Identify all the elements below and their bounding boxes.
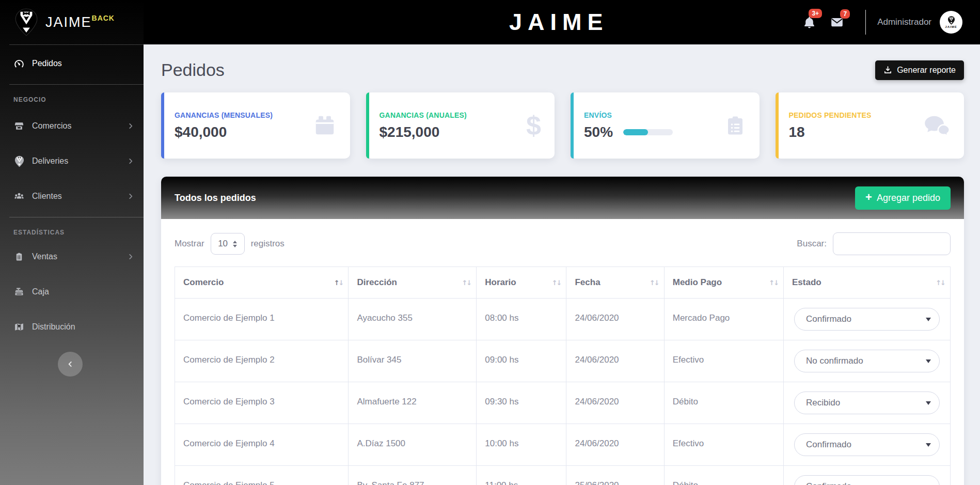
- sidebar-item-deliveries[interactable]: Deliveries: [0, 149, 144, 174]
- estado-value: Confirmado: [806, 481, 851, 485]
- sidebar-section-negocio: NEGOCIO: [13, 96, 130, 103]
- sort-icon: [334, 279, 343, 287]
- cell-fecha: 24/06/2020: [566, 382, 664, 424]
- cell-direccion: Bv. Santa Fe 877: [349, 466, 477, 485]
- sidebar-item-pedidos[interactable]: Pedidos: [0, 51, 144, 76]
- topbar: JAIME 3+ 7 Administrador: [144, 0, 980, 44]
- brand-name: JAIMEBACK: [45, 14, 115, 30]
- sidebar-item-label: Clientes: [32, 192, 62, 201]
- estado-select[interactable]: No confirmado: [794, 350, 940, 372]
- users-icon: [13, 191, 25, 201]
- column-header-fecha[interactable]: Fecha: [566, 267, 664, 299]
- messages-badge: 7: [840, 9, 850, 19]
- stat-card-ganancias-mensuales: GANANCIAS (MENSUALES) $40,000: [161, 92, 350, 159]
- caret-down-icon: [926, 318, 931, 321]
- estado-select[interactable]: Confirmado: [794, 433, 940, 456]
- brand-suffix: BACK: [92, 14, 115, 22]
- plus-icon: [865, 193, 872, 204]
- page-head: Pedidos Generar reporte: [161, 60, 964, 80]
- dollar-icon: $: [526, 112, 541, 139]
- user-avatar[interactable]: JAIME: [940, 11, 962, 34]
- page-length-value: 10: [218, 239, 228, 249]
- add-order-button[interactable]: Agregar pedido: [855, 186, 951, 210]
- topbar-right-cluster: 3+ 7 Administrador: [795, 0, 962, 44]
- column-header-direccion[interactable]: Dirección: [349, 267, 477, 299]
- cell-medio-pago: Débito: [664, 382, 783, 424]
- cell-estado: Confirmado: [784, 466, 951, 485]
- avatar-tuxedo-icon: [947, 16, 955, 25]
- sort-icon: [462, 279, 471, 287]
- sidebar-item-comercios[interactable]: Comercios: [0, 114, 144, 138]
- estado-select[interactable]: Recibido: [794, 392, 940, 414]
- stat-label: GANANCIAS (MENSUALES): [175, 111, 304, 119]
- cell-horario: 09:00 hs: [477, 340, 566, 382]
- cash-register-icon: [13, 287, 25, 297]
- delivery-tuxedo-pin-icon: [13, 155, 25, 167]
- cell-medio-pago: Efectivo: [664, 424, 783, 466]
- orders-card: Todos los pedidos Agregar pedido Mostrar…: [161, 177, 964, 485]
- table-controls: Mostrar 10 registros Buscar:: [161, 219, 964, 265]
- column-header-estado[interactable]: Estado: [784, 267, 951, 299]
- sidebar-item-clientes[interactable]: Clientes: [0, 184, 144, 209]
- table-row: Comercio de Ejemplo 5 Bv. Santa Fe 877 1…: [175, 466, 951, 485]
- notifications-button[interactable]: 3+: [795, 15, 823, 30]
- cell-direccion: Ayacucho 355: [349, 299, 477, 340]
- sidebar-item-label: Comercios: [32, 121, 71, 131]
- estado-value: Confirmado: [806, 314, 851, 324]
- stat-value: 50%: [584, 124, 613, 140]
- sidebar-divider: [9, 84, 144, 85]
- stat-label: PEDIDOS PENDIENTES: [789, 111, 918, 119]
- search-label: Buscar:: [797, 239, 827, 249]
- estado-select[interactable]: Confirmado: [794, 475, 940, 485]
- cell-horario: 11:00 hs: [477, 466, 566, 485]
- cell-comercio: Comercio de Ejemplo 5: [175, 466, 349, 485]
- estado-value: Recibido: [806, 398, 840, 408]
- up-down-arrows-icon: [233, 241, 237, 247]
- column-header-medio-pago[interactable]: Medio Pago: [664, 267, 783, 299]
- brand[interactable]: JAIMEBACK: [0, 0, 144, 44]
- cell-estado: Recibido: [784, 382, 951, 424]
- cell-medio-pago: Débito: [664, 466, 783, 485]
- sidebar-item-caja[interactable]: Caja: [0, 279, 144, 304]
- sidebar-item-ventas[interactable]: Ventas: [0, 244, 144, 269]
- cell-direccion: A.Díaz 1500: [349, 424, 477, 466]
- column-header-comercio[interactable]: Comercio: [175, 267, 349, 299]
- search-input[interactable]: [833, 232, 951, 255]
- page-length-control: Mostrar 10 registros: [175, 233, 284, 255]
- chevron-right-icon: [127, 122, 134, 130]
- cell-comercio: Comercio de Ejemplo 1: [175, 299, 349, 340]
- stat-value: 18: [789, 124, 918, 140]
- cell-horario: 10:00 hs: [477, 424, 566, 466]
- column-header-horario[interactable]: Horario: [477, 267, 566, 299]
- sidebar-section-estadisticas: ESTADÍSTICAS: [13, 229, 130, 236]
- add-order-label: Agregar pedido: [877, 193, 940, 204]
- page-length-select[interactable]: 10: [211, 233, 245, 255]
- cell-medio-pago: Mercado Pago: [664, 299, 783, 340]
- cell-comercio: Comercio de Ejemplo 2: [175, 340, 349, 382]
- map-icon: [13, 322, 25, 332]
- estado-value: Confirmado: [806, 440, 851, 450]
- table-header-row: Comercio Dirección Horario Fecha Medio P…: [175, 267, 951, 299]
- report-button-label: Generar reporte: [897, 66, 956, 75]
- clipboard-icon: [13, 252, 25, 262]
- stat-card-ganancias-anuales: GANANCIAS (ANUALES) $215,000 $: [366, 92, 555, 159]
- messages-button[interactable]: 7: [823, 15, 851, 29]
- chat-bubbles-icon: [924, 114, 951, 137]
- orders-card-header: Todos los pedidos Agregar pedido: [161, 177, 964, 219]
- sidebar-item-distribucion[interactable]: Distribución: [0, 315, 144, 339]
- sort-icon: [769, 279, 778, 287]
- cell-direccion: Bolívar 345: [349, 340, 477, 382]
- user-name[interactable]: Administrador: [877, 17, 931, 27]
- table-row: Comercio de Ejemplo 4 A.Díaz 1500 10:00 …: [175, 424, 951, 466]
- sidebar-item-label: Distribución: [32, 322, 75, 332]
- orders-table: Comercio Dirección Horario Fecha Medio P…: [175, 267, 951, 485]
- estado-select[interactable]: Confirmado: [794, 308, 940, 331]
- estado-value: No confirmado: [806, 356, 863, 366]
- table-row: Comercio de Ejemplo 1 Ayacucho 355 08:00…: [175, 299, 951, 340]
- caret-down-icon: [926, 443, 931, 447]
- generate-report-button[interactable]: Generar reporte: [875, 60, 964, 80]
- stat-label: ENVÍOS: [584, 111, 713, 119]
- chevron-right-icon: [127, 158, 134, 165]
- sidebar-collapse-button[interactable]: [58, 352, 83, 377]
- cell-fecha: 24/06/2020: [566, 340, 664, 382]
